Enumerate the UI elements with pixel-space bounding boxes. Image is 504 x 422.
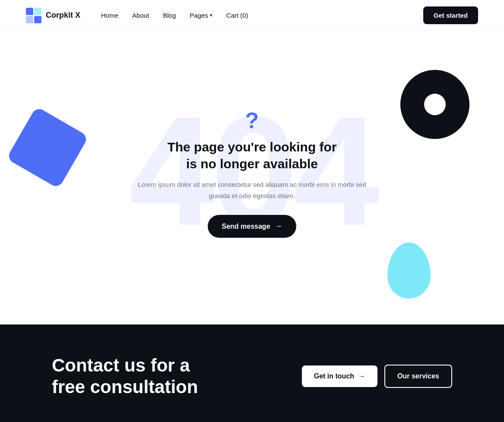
decorative-circle: [400, 70, 469, 139]
error-section: 404 ? The page you're looking for is no …: [0, 31, 504, 324]
logo-icon: [26, 8, 41, 23]
svg-rect-1: [34, 8, 41, 15]
nav-about[interactable]: About: [132, 12, 149, 19]
footer-cta-title: Contact us for a free consultation: [52, 355, 198, 398]
question-mark-icon: ?: [131, 109, 373, 132]
our-services-button[interactable]: Our services: [384, 365, 452, 388]
navbar-left: Corpkit X Home About Blog Pages ▾ Cart (…: [26, 8, 248, 23]
arrow-icon: →: [275, 222, 282, 231]
error-description: Lorem ipsum dolor sit amet consectetur s…: [131, 179, 373, 201]
error-title: The page you're looking for is no longer…: [131, 139, 373, 172]
error-content: ? The page you're looking for is no long…: [123, 109, 382, 238]
footer-cta-section: Contact us for a free consultation Get i…: [0, 324, 504, 422]
get-in-touch-button[interactable]: Get in touch →: [302, 365, 377, 387]
get-started-button[interactable]: Get started: [423, 6, 478, 24]
nav-pages[interactable]: Pages ▾: [190, 12, 212, 19]
logo[interactable]: Corpkit X: [26, 8, 80, 23]
send-message-button[interactable]: Send message →: [208, 215, 296, 238]
circle-inner: [424, 94, 446, 115]
logo-text: Corpkit X: [46, 11, 80, 20]
footer-cta-buttons: Get in touch → Our services: [302, 365, 452, 388]
arrow-icon: →: [358, 372, 365, 380]
nav-blog[interactable]: Blog: [163, 12, 176, 19]
nav-links: Home About Blog Pages ▾ Cart (0): [101, 12, 248, 19]
navbar: Corpkit X Home About Blog Pages ▾ Cart (…: [0, 0, 504, 31]
svg-rect-3: [34, 16, 41, 23]
svg-rect-2: [26, 16, 33, 23]
chevron-down-icon: ▾: [210, 13, 212, 18]
svg-rect-0: [26, 8, 33, 15]
decorative-teardrop: [387, 242, 431, 299]
decorative-diamond: [6, 106, 89, 189]
nav-home[interactable]: Home: [101, 12, 118, 19]
nav-cart[interactable]: Cart (0): [226, 12, 248, 19]
